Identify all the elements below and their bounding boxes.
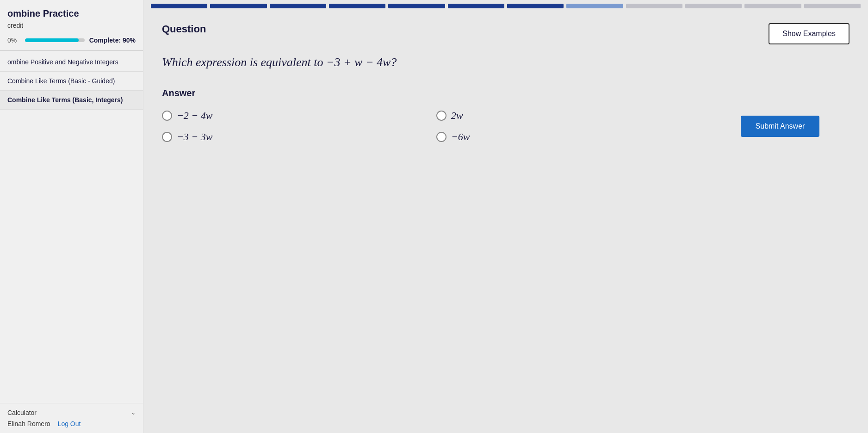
seg-8 (566, 4, 623, 8)
radio-c[interactable] (162, 132, 172, 142)
seg-3 (270, 4, 326, 8)
option-text-d: −6w (451, 131, 470, 143)
seg-5 (388, 4, 445, 8)
sidebar-divider-top (0, 50, 143, 51)
sidebar-title: ombine Practice (0, 0, 143, 21)
seg-11 (744, 4, 801, 8)
chevron-down-icon: ⌄ (131, 409, 136, 416)
seg-1 (151, 4, 207, 8)
answer-label: Answer (162, 88, 849, 99)
sidebar-progress-row: 0% Complete: 90% (0, 34, 143, 49)
submit-cell: Submit Answer (711, 116, 849, 137)
progress-left-label: 0% (7, 37, 20, 44)
seg-10 (685, 4, 742, 8)
seg-9 (626, 4, 682, 8)
answer-option-a[interactable]: −2 − 4w (162, 110, 409, 122)
progress-bar-container (25, 38, 85, 42)
radio-b[interactable] (436, 111, 446, 121)
calculator-label: Calculator (7, 409, 37, 416)
answer-option-c[interactable]: −3 − 3w (162, 131, 409, 143)
question-area: Question Show Examples Which expression … (143, 12, 868, 433)
top-progress-bar (143, 0, 868, 12)
question-text: Which expression is equivalent to −3 + w… (162, 56, 849, 69)
sidebar: ombine Practice credit 0% Complete: 90% … (0, 0, 143, 433)
sidebar-item-combine-like-basic-integers[interactable]: Combine Like Terms (Basic, Integers) (0, 91, 143, 110)
answer-option-d[interactable]: −6w (436, 131, 683, 143)
sidebar-item-combine-like-basic-guided[interactable]: Combine Like Terms (Basic - Guided) (0, 72, 143, 91)
sidebar-subtitle: credit (0, 21, 143, 34)
seg-6 (448, 4, 504, 8)
radio-d[interactable] (436, 132, 446, 142)
answer-options: −2 − 4w 2w Submit Answer −3 − 3w −6w (162, 110, 849, 143)
option-text-a: −2 − 4w (177, 110, 212, 122)
sidebar-bottom: Calculator ⌄ Elinah Romero Log Out (0, 403, 143, 433)
radio-a[interactable] (162, 111, 172, 121)
progress-right-label: Complete: 90% (89, 37, 136, 44)
answer-option-b[interactable]: 2w (436, 110, 683, 122)
question-label: Question (162, 23, 206, 35)
option-text-b: 2w (451, 110, 463, 122)
progress-bar-fill (25, 38, 79, 42)
calculator-row[interactable]: Calculator ⌄ (7, 409, 136, 416)
show-examples-button[interactable]: Show Examples (769, 23, 849, 44)
seg-12 (804, 4, 861, 8)
seg-2 (210, 4, 267, 8)
main-content: Question Show Examples Which expression … (143, 0, 868, 433)
user-name: Elinah Romero (7, 420, 50, 427)
seg-7 (507, 4, 564, 8)
logout-link[interactable]: Log Out (58, 420, 81, 427)
seg-4 (329, 4, 385, 8)
sidebar-item-combine-positive-negative[interactable]: ombine Positive and Negative Integers (0, 53, 143, 72)
submit-answer-button[interactable]: Submit Answer (741, 116, 820, 137)
option-text-c: −3 − 3w (177, 131, 212, 143)
question-header-row: Question Show Examples (162, 23, 849, 44)
user-row: Elinah Romero Log Out (7, 420, 136, 427)
